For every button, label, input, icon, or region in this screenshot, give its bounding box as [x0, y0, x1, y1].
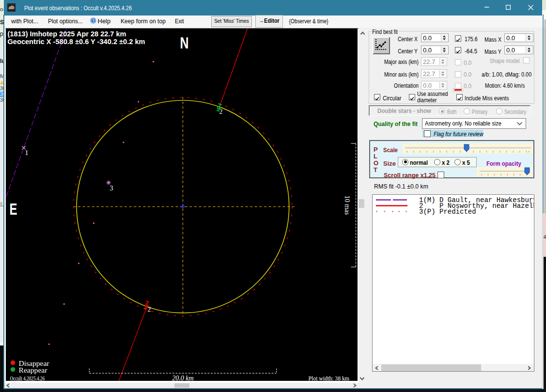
svg-text:10 mas: 10 mas [343, 195, 351, 215]
svg-text:1: 1 [25, 149, 28, 157]
svg-text:?: ? [92, 18, 94, 23]
svg-text:N: N [180, 34, 188, 52]
svg-text:Occult 4.2025.4.26: Occult 4.2025.4.26 [10, 376, 45, 381]
svg-text:2: 2 [147, 306, 151, 313]
svg-text:3: 3 [109, 185, 113, 192]
svg-text:Reappear: Reappear [18, 366, 47, 374]
svg-text:2: 2 [219, 108, 222, 115]
svg-text:Plot width: 38 km: Plot width: 38 km [308, 375, 349, 381]
svg-text:20.0 km: 20.0 km [172, 375, 193, 381]
svg-text:E: E [9, 200, 17, 218]
svg-text:(1813) Imhotep 2025 Apr 28: (1813) Imhotep 2025 Apr 28 22.7 km [7, 30, 126, 38]
svg-text:Geocentric X -580.8 ±0.6 Y: Geocentric X -580.8 ±0.6 Y -340.2 ±0.2 k… [7, 38, 145, 46]
